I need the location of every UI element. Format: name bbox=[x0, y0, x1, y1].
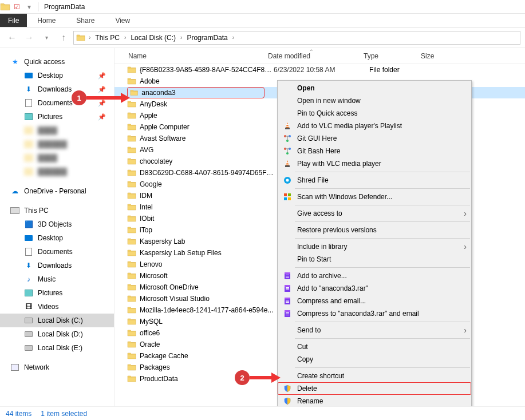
menu-vlc-play[interactable]: Play with VLC media player bbox=[278, 157, 471, 170]
nav-blurred-item[interactable]: ████ bbox=[0, 124, 114, 137]
view-tab[interactable]: View bbox=[105, 14, 140, 27]
nav-downloads-2[interactable]: ⬇Downloads bbox=[0, 259, 114, 272]
file-name: Package Cache bbox=[140, 352, 274, 360]
folder-icon bbox=[127, 294, 136, 303]
menu-compress-email[interactable]: Compress and email... bbox=[278, 295, 471, 307]
status-item-count: 44 items bbox=[6, 410, 31, 418]
folder-icon bbox=[127, 248, 136, 257]
column-type[interactable]: Type bbox=[359, 52, 416, 60]
nav-pictures[interactable]: Pictures 📌 bbox=[0, 110, 114, 124]
menu-git-gui[interactable]: Git GUI Here bbox=[278, 132, 471, 145]
menu-defender[interactable]: Scan with Windows Defender... bbox=[278, 191, 471, 203]
menu-vlc-playlist[interactable]: Add to VLC media player's Playlist bbox=[278, 120, 471, 132]
file-name: IObit bbox=[140, 215, 274, 223]
recent-dropdown[interactable]: ▾ bbox=[39, 30, 54, 45]
thispc-icon bbox=[10, 206, 19, 215]
back-button[interactable]: ← bbox=[5, 30, 19, 45]
folder-icon bbox=[127, 317, 136, 326]
nav-disk-e[interactable]: Local Disk (E:) bbox=[0, 341, 114, 355]
nav-blurred-item[interactable]: ██████ bbox=[0, 137, 114, 151]
vlc-icon bbox=[281, 121, 294, 130]
menu-shred[interactable]: Shred File bbox=[278, 174, 471, 187]
file-tab[interactable]: File bbox=[0, 14, 27, 27]
nav-music[interactable]: ♪Music bbox=[0, 272, 114, 286]
nav-onedrive[interactable]: ☁ OneDrive - Personal bbox=[0, 184, 114, 198]
folder-icon bbox=[127, 111, 136, 120]
chevron-right-icon[interactable]: › bbox=[122, 34, 128, 41]
folder-icon bbox=[127, 374, 136, 383]
file-name: Microsoft OneDrive bbox=[140, 283, 274, 291]
rar-icon bbox=[281, 296, 294, 306]
forward-button[interactable]: → bbox=[22, 30, 37, 45]
breadcrumb-segment[interactable]: This PC bbox=[93, 34, 122, 42]
nav-network[interactable]: Network bbox=[0, 360, 114, 374]
menu-add-archive[interactable]: Add to archive... bbox=[278, 270, 471, 282]
menu-create-shortcut[interactable]: Create shortcut bbox=[278, 370, 471, 382]
nav-quick-access[interactable]: ★ Quick access bbox=[0, 55, 114, 69]
chevron-right-icon[interactable]: › bbox=[178, 34, 184, 41]
share-tab[interactable]: Share bbox=[66, 14, 105, 27]
file-name: Apple bbox=[140, 112, 274, 120]
nav-documents[interactable]: Documents 📌 bbox=[0, 96, 114, 110]
file-row[interactable]: {F86B0233-9A85-4589-8AAF-524CC4F821...6/… bbox=[115, 64, 525, 76]
up-button[interactable]: ↑ bbox=[56, 30, 71, 45]
rar-icon bbox=[281, 284, 294, 293]
nav-label: Pictures bbox=[38, 289, 62, 297]
folder-icon bbox=[127, 363, 136, 372]
menu-include-library[interactable]: Include in library› bbox=[278, 240, 471, 253]
menu-send-to[interactable]: Send to› bbox=[278, 324, 471, 336]
file-name: chocolatey bbox=[140, 157, 274, 165]
vlc-icon bbox=[281, 159, 294, 168]
menu-cut[interactable]: Cut bbox=[278, 340, 471, 353]
menu-open[interactable]: Open bbox=[278, 82, 471, 94]
column-size[interactable]: Size bbox=[416, 52, 462, 60]
nav-blurred-item[interactable]: ████ bbox=[0, 151, 114, 165]
nav-documents-2[interactable]: Documents bbox=[0, 245, 114, 259]
nav-label: Quick access bbox=[24, 58, 65, 66]
chevron-right-icon[interactable]: › bbox=[230, 34, 236, 41]
menu-pin-quick-access[interactable]: Pin to Quick access bbox=[278, 107, 471, 120]
separator bbox=[295, 238, 470, 239]
file-name: AVG bbox=[140, 146, 274, 154]
nav-this-pc[interactable]: This PC bbox=[0, 204, 114, 217]
separator bbox=[295, 205, 470, 205]
menu-restore[interactable]: Restore previous versions bbox=[278, 224, 471, 236]
nav-blurred-item[interactable]: ██████ bbox=[0, 165, 114, 179]
nav-disk-d[interactable]: Local Disk (D:) bbox=[0, 327, 114, 341]
nav-label: Local Disk (C:) bbox=[38, 316, 83, 324]
file-name: Packages bbox=[140, 363, 274, 371]
menu-pin-start[interactable]: Pin to Start bbox=[278, 253, 471, 266]
chevron-right-icon[interactable]: › bbox=[86, 34, 93, 41]
menu-add-rar[interactable]: Add to "anaconda3.rar" bbox=[278, 282, 471, 295]
home-tab[interactable]: Home bbox=[27, 14, 66, 27]
nav-downloads[interactable]: ⬇ Downloads 📌 bbox=[0, 82, 114, 96]
menu-compress-rar-email[interactable]: Compress to "anaconda3.rar" and email bbox=[278, 307, 471, 320]
folder-icon bbox=[127, 134, 136, 143]
folder-icon bbox=[127, 157, 136, 166]
nav-3d-objects[interactable]: 🟦3D Objects bbox=[0, 217, 114, 231]
nav-pictures-2[interactable]: Pictures bbox=[0, 286, 114, 300]
rar-icon bbox=[281, 309, 294, 318]
folder-icon bbox=[127, 306, 136, 315]
menu-give-access[interactable]: Give access to› bbox=[278, 207, 471, 220]
column-name[interactable]: Name bbox=[115, 52, 263, 60]
menu-open-new-window[interactable]: Open in new window bbox=[278, 94, 471, 107]
address-bar[interactable]: › This PC › Local Disk (C:) › ProgramDat… bbox=[73, 31, 520, 45]
qat-customize-button[interactable]: ▾ bbox=[23, 1, 35, 13]
breadcrumb-segment[interactable]: ProgramData bbox=[184, 34, 230, 42]
breadcrumb-segment[interactable]: Local Disk (C:) bbox=[128, 34, 178, 42]
menu-copy[interactable]: Copy bbox=[278, 353, 471, 366]
nav-videos[interactable]: 🎞Videos bbox=[0, 300, 114, 314]
nav-disk-c[interactable]: Local Disk (C:) bbox=[0, 314, 114, 327]
defender-icon bbox=[281, 192, 294, 201]
downloads-icon: ⬇ bbox=[24, 261, 33, 270]
qat-properties-button[interactable]: ☑ bbox=[10, 1, 23, 13]
onedrive-icon: ☁ bbox=[10, 187, 19, 196]
nav-desktop-2[interactable]: Desktop bbox=[0, 231, 114, 245]
folder-icon bbox=[127, 100, 136, 109]
menu-delete[interactable]: Delete bbox=[278, 382, 471, 395]
menu-rename[interactable]: Rename bbox=[278, 395, 471, 407]
nav-desktop[interactable]: Desktop 📌 bbox=[0, 69, 114, 82]
folder-icon bbox=[127, 340, 136, 349]
menu-git-bash[interactable]: Git Bash Here bbox=[278, 145, 471, 157]
